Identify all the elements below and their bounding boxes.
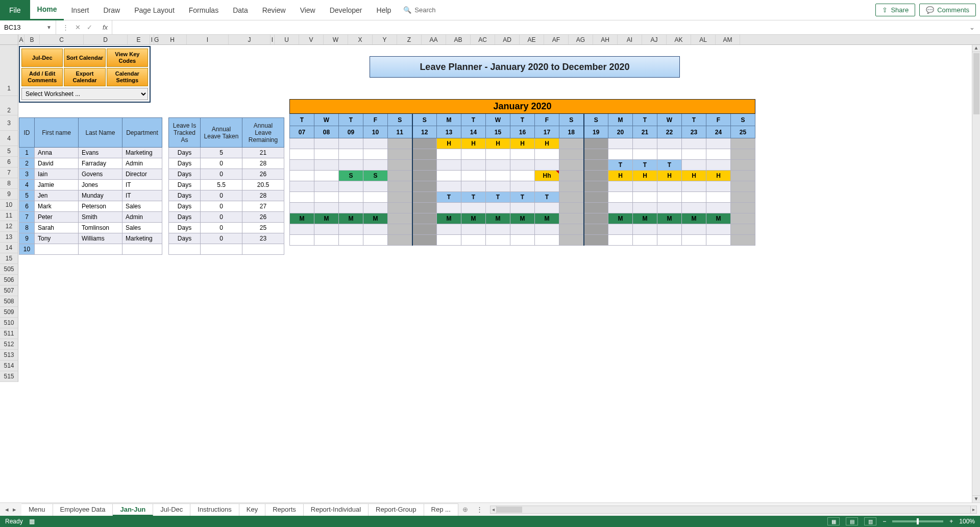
search-box[interactable]: 🔍 Search [403,6,435,14]
calendar-cell[interactable] [290,138,314,149]
calendar-cell[interactable] [339,149,363,160]
calendar-cell[interactable] [559,235,584,246]
col-header[interactable]: I [150,35,154,44]
calendar-cell[interactable] [486,224,510,235]
calendar-cell[interactable]: M [290,213,314,224]
row-header[interactable]: 2 [0,96,18,115]
calendar-cell[interactable]: S [339,171,363,181]
calendar-cell[interactable] [559,160,584,171]
calendar-cell[interactable] [412,181,437,192]
calendar-cell[interactable]: H [633,171,657,181]
col-first[interactable]: First name [35,118,79,148]
macro-button[interactable]: Jul-Dec [21,49,63,67]
col-header[interactable]: AG [569,35,593,44]
calendar-cell[interactable] [657,181,682,192]
calendar-cell[interactable] [584,224,608,235]
calendar-cell[interactable] [314,192,339,203]
calendar-cell[interactable] [437,224,461,235]
calendar-cell[interactable] [706,203,731,213]
calendar-cell[interactable] [461,171,486,181]
calendar-cell[interactable] [731,160,755,171]
calendar-cell[interactable] [461,181,486,192]
col-dept[interactable]: Department [122,118,162,148]
calendar-cell[interactable] [535,149,559,160]
calendar-cell[interactable]: T [633,160,657,171]
calendar-cell[interactable] [314,235,339,246]
calendar-cell[interactable] [633,149,657,160]
calendar-cell[interactable] [608,149,633,160]
calendar-cell[interactable]: Hh [535,171,559,181]
macro-button[interactable]: View Key Codes [107,49,148,67]
calendar-cell[interactable] [363,203,388,213]
calendar-cell[interactable] [535,160,559,171]
calendar-cell[interactable] [412,224,437,235]
ribbon-tab-data[interactable]: Data [226,0,255,20]
col-header[interactable]: W [324,35,348,44]
calendar-cell[interactable] [657,149,682,160]
calendar-cell[interactable]: M [437,213,461,224]
row-header[interactable]: 514 [0,361,18,371]
calendar-cell[interactable] [584,203,608,213]
calendar-cell[interactable] [461,149,486,160]
calendar-cell[interactable] [731,224,755,235]
calendar-cell[interactable] [608,235,633,246]
row-header[interactable]: 10 [0,200,18,210]
name-box[interactable]: BC13 ▼ [0,20,56,34]
calendar-cell[interactable]: S [363,171,388,181]
col-header[interactable]: Y [373,35,397,44]
calendar-cell[interactable] [510,224,535,235]
calendar-cell[interactable] [388,192,412,203]
calendar-cell[interactable] [290,171,314,181]
col-tracked[interactable]: Leave Is Tracked As [169,118,201,148]
calendar-cell[interactable] [314,203,339,213]
calendar-cell[interactable]: T [608,160,633,171]
row-header[interactable]: 511 [0,328,18,339]
calendar-cell[interactable] [290,224,314,235]
calendar-cell[interactable] [314,224,339,235]
col-header[interactable]: X [348,35,373,44]
calendar-cell[interactable] [363,149,388,160]
fx-label[interactable]: fx [99,23,112,31]
col-taken[interactable]: Annual Leave Taken [201,118,242,148]
col-header[interactable]: AI [618,35,642,44]
calendar-cell[interactable]: T [510,192,535,203]
calendar-cell[interactable] [290,160,314,171]
calendar-cell[interactable] [657,138,682,149]
calendar-cell[interactable]: M [486,213,510,224]
calendar-cell[interactable] [437,171,461,181]
ribbon-tab-developer[interactable]: Developer [323,0,370,20]
calendar-cell[interactable] [584,213,608,224]
calendar-cell[interactable]: M [657,213,682,224]
table-row[interactable]: 1AnnaEvansMarketingDays521 [19,148,284,158]
cancel-icon[interactable]: ✕ [75,23,81,31]
table-row[interactable]: 10 [19,244,284,255]
col-header[interactable]: AL [691,35,716,44]
col-id[interactable]: ID [19,118,35,148]
ribbon-tab-page-layout[interactable]: Page Layout [127,0,182,20]
calendar-cell[interactable] [584,181,608,192]
col-header[interactable]: AH [593,35,618,44]
calendar-cell[interactable] [535,203,559,213]
calendar-cell[interactable] [339,235,363,246]
calendar-cell[interactable] [388,213,412,224]
calendar-cell[interactable] [486,181,510,192]
calendar-cell[interactable]: H [461,138,486,149]
calendar-cell[interactable]: M [682,213,706,224]
calendar-cell[interactable] [339,138,363,149]
table-row[interactable]: 5JenMundayITDays028 [19,190,284,201]
col-header[interactable]: I [187,35,229,44]
row-header[interactable]: 7 [0,167,18,178]
calendar-cell[interactable] [731,138,755,149]
vertical-scrollbar[interactable]: ▲ ▼ [972,45,980,502]
col-last[interactable]: Last Name [79,118,122,148]
calendar-cell[interactable] [314,160,339,171]
row-header[interactable]: 15 [0,253,18,264]
calendar-cell[interactable] [559,203,584,213]
calendar-cell[interactable] [437,181,461,192]
row-header[interactable]: 6 [0,157,18,167]
col-remain[interactable]: Annual Leave Remaining [242,118,284,148]
calendar-cell[interactable] [314,138,339,149]
calendar-cell[interactable] [584,171,608,181]
col-header[interactable]: AB [446,35,471,44]
calendar-cell[interactable] [363,160,388,171]
